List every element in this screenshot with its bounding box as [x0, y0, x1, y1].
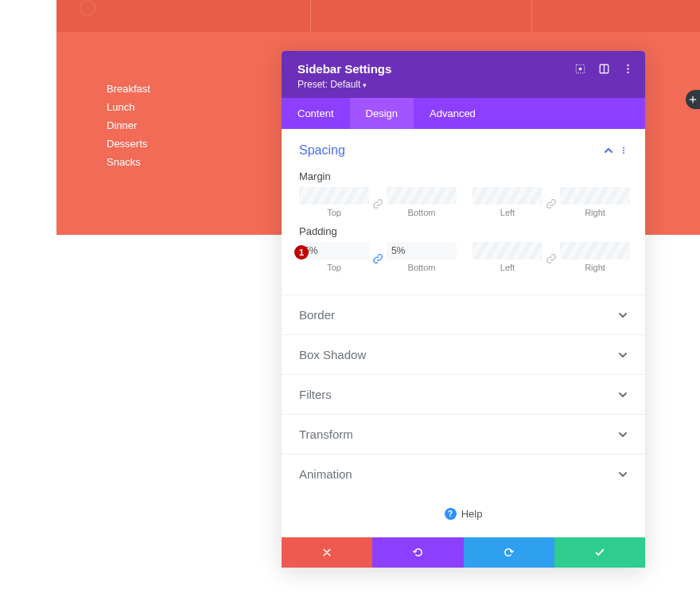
page-gutter-left	[0, 0, 56, 235]
svg-point-4	[627, 64, 628, 65]
section-filters[interactable]: Filters	[282, 374, 645, 414]
section-menu-icon[interactable]	[620, 146, 628, 155]
undo-button[interactable]	[372, 537, 463, 568]
topbar-divider	[310, 0, 311, 32]
section-label: Box Shadow	[299, 348, 366, 361]
section-title-spacing[interactable]: Spacing	[299, 143, 345, 158]
link-icon[interactable]	[371, 198, 385, 209]
chevron-down-icon	[618, 470, 628, 479]
section-label: Filters	[299, 388, 332, 401]
margin-top-input[interactable]	[299, 187, 369, 205]
help-link[interactable]: ? Help	[282, 494, 645, 537]
add-module-button[interactable]	[686, 90, 700, 109]
section-label: Transform	[299, 427, 353, 441]
section-animation[interactable]: Animation	[282, 454, 645, 494]
padding-right-input[interactable]	[560, 242, 630, 260]
caption-top: Top	[327, 263, 341, 272]
modal-body: Spacing Margin Top	[282, 129, 645, 537]
modal-header[interactable]: Sidebar Settings Preset: Default	[282, 51, 645, 98]
tab-advanced[interactable]: Advanced	[414, 98, 492, 129]
responsive-icon[interactable]	[597, 62, 610, 75]
sidebar-item[interactable]: Breakfast	[107, 84, 150, 94]
chevron-down-icon	[618, 350, 628, 360]
section-border[interactable]: Border	[282, 295, 645, 334]
link-icon[interactable]	[544, 253, 558, 264]
tab-design[interactable]: Design	[350, 98, 414, 129]
margin-right-input[interactable]	[560, 187, 630, 205]
settings-modal: Sidebar Settings Preset: Default Content…	[282, 51, 645, 568]
redo-button[interactable]	[464, 537, 554, 568]
caption-top: Top	[327, 208, 341, 217]
site-logo	[80, 0, 95, 16]
tab-content[interactable]: Content	[282, 98, 350, 129]
margin-label: Margin	[299, 170, 628, 182]
topbar-divider	[531, 0, 532, 32]
padding-left-input[interactable]	[472, 242, 542, 260]
margin-bottom-input[interactable]	[387, 187, 457, 205]
section-transform[interactable]: Transform	[282, 414, 645, 454]
sidebar-item[interactable]: Snacks	[107, 157, 150, 167]
sidebar-item[interactable]: Lunch	[107, 102, 150, 112]
annotation-badge-1: 1	[294, 245, 309, 260]
sidebar-widget: Breakfast Lunch Dinner Desserts Snacks	[107, 84, 150, 175]
save-button[interactable]	[554, 537, 645, 568]
preset-dropdown[interactable]: Preset: Default	[298, 79, 629, 90]
sidebar-item[interactable]: Desserts	[107, 139, 150, 149]
link-icon[interactable]	[544, 198, 558, 209]
svg-point-6	[627, 71, 628, 72]
caption-bottom: Bottom	[408, 208, 436, 217]
caption-bottom: Bottom	[408, 263, 436, 272]
section-box-shadow[interactable]: Box Shadow	[282, 334, 645, 374]
kebab-menu-icon[interactable]	[621, 62, 634, 75]
chevron-down-icon	[618, 310, 628, 320]
padding-bottom-input[interactable]	[387, 242, 457, 260]
page-topbar-bg	[56, 0, 700, 32]
collapse-icon[interactable]	[604, 146, 613, 155]
svg-point-9	[623, 152, 624, 154]
caption-right: Right	[585, 263, 605, 272]
padding-label: Padding	[299, 225, 628, 237]
section-label: Animation	[299, 467, 352, 481]
svg-point-5	[627, 68, 628, 69]
help-icon: ?	[445, 508, 457, 520]
cancel-button[interactable]	[282, 537, 372, 568]
search-icon[interactable]	[574, 62, 586, 75]
chevron-down-icon	[618, 430, 628, 439]
caption-left: Left	[500, 208, 515, 217]
svg-point-8	[623, 150, 624, 151]
modal-footer	[282, 537, 645, 568]
svg-point-1	[578, 67, 581, 70]
help-label: Help	[461, 508, 483, 520]
section-spacing: Spacing Margin Top	[282, 129, 645, 287]
margin-left-input[interactable]	[472, 187, 542, 205]
link-icon-active[interactable]	[371, 253, 385, 264]
padding-top-input[interactable]	[299, 242, 369, 260]
caption-right: Right	[585, 208, 605, 217]
section-label: Border	[299, 308, 335, 322]
caption-left: Left	[500, 263, 515, 272]
chevron-down-icon	[618, 390, 628, 400]
modal-tabs: Content Design Advanced	[282, 98, 645, 129]
svg-point-7	[623, 147, 624, 149]
sidebar-item[interactable]: Dinner	[107, 120, 150, 131]
